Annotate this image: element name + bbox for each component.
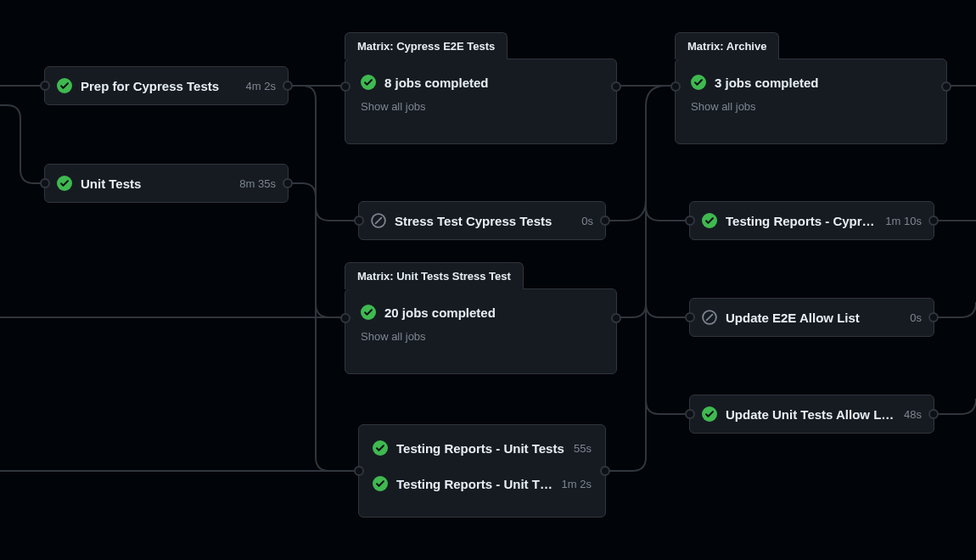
port: [40, 178, 50, 188]
list-item[interactable]: Testing Reports - Unit Tests 55s: [359, 430, 605, 466]
job-duration: 8m 35s: [239, 177, 276, 190]
job-group-unit-reports[interactable]: Testing Reports - Unit Tests 55s Testing…: [358, 424, 606, 518]
job-reports-cypress[interactable]: Testing Reports - Cypr… 1m 10s: [689, 201, 934, 240]
skipped-icon: [371, 213, 386, 228]
job-title: Unit Tests: [81, 176, 231, 191]
port: [340, 81, 351, 92]
matrix-tab-cypress[interactable]: Matrix: Cypress E2E Tests: [345, 32, 508, 59]
port: [685, 409, 695, 419]
job-title: Update E2E Allow List: [726, 311, 901, 325]
job-title: Update Unit Tests Allow L…: [726, 407, 895, 422]
job-update-e2e[interactable]: Update E2E Allow List 0s: [689, 298, 934, 337]
job-duration: 0s: [910, 311, 922, 324]
job-prep-cypress[interactable]: Prep for Cypress Tests 4m 2s: [44, 66, 289, 105]
matrix-show-all[interactable]: Show all jobs: [361, 100, 601, 113]
port: [600, 466, 610, 476]
job-duration: 1m 10s: [885, 215, 922, 227]
job-title: Testing Reports - Unit Tests: [396, 441, 565, 456]
check-circle-icon: [57, 78, 72, 93]
matrix-tab-archive[interactable]: Matrix: Archive: [675, 32, 779, 59]
matrix-tab-unit-stress[interactable]: Matrix: Unit Tests Stress Test: [345, 262, 524, 289]
check-circle-icon: [361, 75, 376, 90]
port: [340, 313, 351, 323]
svg-line-4: [375, 217, 382, 224]
port: [685, 216, 695, 226]
job-title: Testing Reports - Cypr…: [726, 214, 877, 228]
job-duration: 55s: [574, 442, 592, 455]
check-circle-icon: [691, 75, 706, 90]
matrix-body-unit-stress[interactable]: 20 jobs completed Show all jobs: [345, 288, 617, 374]
matrix-show-all[interactable]: Show all jobs: [691, 100, 931, 113]
check-circle-icon: [57, 176, 72, 191]
port: [928, 312, 939, 322]
list-item[interactable]: Testing Reports - Unit T… 1m 2s: [359, 466, 605, 501]
job-title: Stress Test Cypress Tests: [395, 214, 573, 228]
matrix-summary: 20 jobs completed: [384, 305, 496, 320]
job-duration: 0s: [581, 215, 593, 227]
check-circle-icon: [373, 440, 388, 456]
check-circle-icon: [702, 406, 717, 422]
matrix-show-all[interactable]: Show all jobs: [361, 330, 601, 343]
port: [283, 81, 293, 91]
port: [354, 216, 364, 226]
job-duration: 48s: [904, 408, 922, 421]
job-duration: 1m 2s: [562, 478, 592, 490]
job-title: Prep for Cypress Tests: [81, 79, 238, 93]
check-circle-icon: [702, 213, 717, 228]
svg-line-11: [706, 314, 713, 321]
port: [611, 81, 621, 92]
port: [611, 313, 621, 323]
port: [40, 81, 50, 91]
matrix-body-cypress[interactable]: 8 jobs completed Show all jobs: [345, 59, 617, 144]
port: [928, 409, 939, 419]
check-circle-icon: [361, 305, 376, 320]
skipped-icon: [702, 310, 717, 325]
port: [670, 81, 681, 92]
workflow-graph[interactable]: Prep for Cypress Tests 4m 2s Unit Tests …: [0, 0, 976, 560]
port: [685, 312, 695, 322]
port: [600, 216, 610, 226]
port: [354, 466, 364, 476]
job-stress-cypress[interactable]: Stress Test Cypress Tests 0s: [358, 201, 606, 240]
job-update-unit[interactable]: Update Unit Tests Allow L… 48s: [689, 395, 934, 434]
port: [283, 178, 293, 188]
matrix-summary: 3 jobs completed: [715, 76, 819, 90]
check-circle-icon: [373, 476, 388, 491]
job-duration: 4m 2s: [246, 80, 276, 92]
matrix-body-archive[interactable]: 3 jobs completed Show all jobs: [675, 59, 947, 144]
port: [928, 216, 939, 226]
job-title: Testing Reports - Unit T…: [396, 477, 553, 491]
job-unit-tests[interactable]: Unit Tests 8m 35s: [44, 164, 289, 203]
matrix-summary: 8 jobs completed: [384, 76, 489, 90]
port: [941, 81, 951, 92]
